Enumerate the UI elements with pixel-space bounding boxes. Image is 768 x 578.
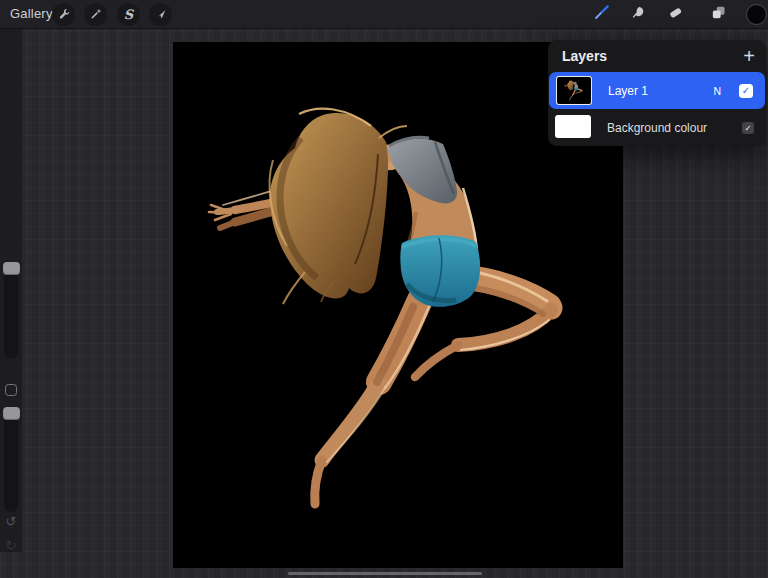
layer-row-layer-1[interactable]: Layer 1 N ✓ <box>549 72 765 109</box>
layers-panel-header: Layers + <box>548 40 766 72</box>
opacity-handle[interactable] <box>3 407 20 420</box>
transform-arrow-icon <box>154 7 168 21</box>
undo-icon: ↺ <box>6 514 17 529</box>
layer-1-visibility-checkbox[interactable]: ✓ <box>739 84 753 98</box>
brush-size-slider[interactable] <box>4 262 18 359</box>
layers-panel: Layers + Layer 1 N ✓ Background colour ✓ <box>548 40 766 146</box>
selection-button[interactable]: S <box>117 3 140 26</box>
brush-button[interactable] <box>591 3 613 25</box>
active-color-swatch[interactable] <box>746 4 767 25</box>
brush-icon <box>593 3 611 25</box>
check-icon: ✓ <box>744 123 751 133</box>
magic-wand-icon <box>89 7 103 21</box>
add-layer-button[interactable]: + <box>743 43 755 69</box>
gallery-button[interactable]: Gallery <box>10 0 53 28</box>
undo-button[interactable]: ↺ <box>0 515 22 528</box>
background-visibility-checkbox[interactable]: ✓ <box>742 122 754 134</box>
redo-icon: ↻ <box>6 538 17 553</box>
smudge-finger-icon <box>630 4 647 25</box>
horizontal-scrollbar[interactable] <box>288 572 482 575</box>
sidebar: ↺ ↻ <box>0 28 22 552</box>
adjustments-button[interactable] <box>84 3 107 26</box>
top-toolbar: Gallery S <box>0 0 768 29</box>
background-colour-swatch[interactable] <box>555 115 591 138</box>
redo-button[interactable]: ↻ <box>0 539 22 552</box>
layers-button[interactable] <box>707 3 729 25</box>
transform-button[interactable] <box>149 3 172 26</box>
layer-1-thumbnail[interactable] <box>556 76 592 105</box>
selection-s-icon: S <box>124 8 133 21</box>
modify-button[interactable] <box>5 384 17 396</box>
layer-row-background-colour[interactable]: Background colour ✓ <box>548 109 766 146</box>
opacity-slider[interactable] <box>4 407 18 512</box>
layer-1-blend-mode-badge[interactable]: N <box>713 85 721 97</box>
smudge-button[interactable] <box>627 3 649 25</box>
layers-icon <box>710 4 727 25</box>
eraser-icon <box>667 4 684 25</box>
layer-1-name: Layer 1 <box>608 84 648 98</box>
eraser-button[interactable] <box>664 3 686 25</box>
wrench-icon <box>57 7 71 21</box>
layers-panel-title: Layers <box>562 48 607 64</box>
background-colour-name: Background colour <box>607 121 707 135</box>
check-icon: ✓ <box>742 85 750 96</box>
actions-button[interactable] <box>52 3 75 26</box>
brush-size-handle[interactable] <box>3 262 20 275</box>
